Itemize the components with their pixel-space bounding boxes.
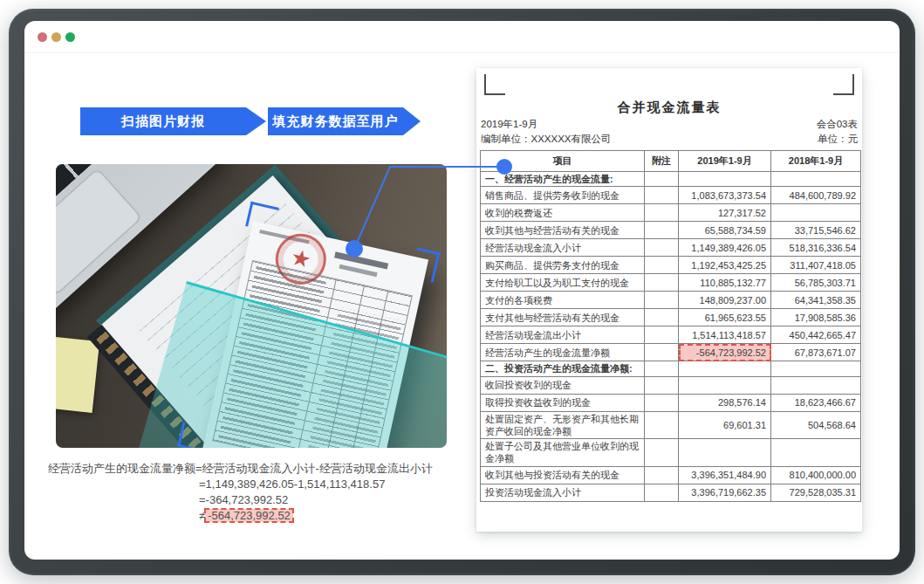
cell-v2018	[771, 376, 861, 394]
minimize-button-icon[interactable]	[51, 32, 61, 42]
cell-v2018: 17,908,585.36	[771, 309, 861, 326]
cell-v2018: 18,623,466.67	[771, 394, 861, 411]
column-header-2019: 2019年1-9月	[679, 151, 771, 172]
cell-v2019: 1,514,113,418.57	[679, 326, 771, 344]
zoom-button-icon[interactable]	[65, 32, 75, 42]
crop-mark-top-right-icon	[833, 74, 854, 95]
cell-item: 一、经营活动产生的现金流量:	[481, 172, 645, 187]
cell-v2019: 3,396,719,662.35	[679, 484, 771, 501]
cell-note	[645, 292, 679, 309]
app-window: 扫描图片财报 填充财务数据至用户系统	[9, 9, 915, 575]
cell-item: 支付的各项税费	[481, 292, 645, 309]
table-row: 投资活动现金流入小计3,396,719,662.35729,528,035.31	[481, 484, 861, 501]
table-row: 一、经营活动产生的现金流量:	[481, 172, 861, 187]
cell-v2019: 110,885,132.77	[679, 274, 771, 292]
cell-item: 投资活动现金流入小计	[481, 484, 645, 501]
scan-frame-bracket-top-right	[410, 247, 440, 282]
cell-note	[645, 257, 679, 274]
mismatch-value: -564,723,992.52	[205, 509, 293, 522]
cell-v2019: 298,576.14	[679, 394, 771, 411]
laptop-trackpad	[56, 168, 143, 297]
cell-v2018: 729,528,035.31	[771, 484, 861, 501]
table-row: 取得投资收益收到的现金298,576.1418,623,466.67	[481, 394, 861, 411]
cell-v2019: 148,809,237.00	[679, 292, 771, 309]
statement-period: 2019年1-9月	[481, 118, 537, 131]
cell-v2018: 64,341,358.35	[771, 292, 861, 309]
statement-prepared-by: 编制单位：XXXXXX有限公司	[481, 133, 612, 146]
flow-step-scan-label: 扫描图片财报	[80, 107, 246, 135]
cell-v2018	[771, 439, 861, 467]
table-row: 购买商品、提供劳务支付的现金1,192,453,425.25311,407,41…	[481, 257, 861, 274]
cell-v2019: 3,396,351,484.90	[679, 466, 771, 484]
table-row: 收回投资收到的现金	[481, 376, 861, 394]
cell-v2019	[679, 361, 771, 376]
cell-item: 支付给职工以及为职工支付的现金	[481, 274, 645, 292]
table-row: 收到其他与经营活动有关的现金65,588,734.5933,715,546.62	[481, 222, 861, 239]
cell-v2019	[679, 376, 771, 394]
cashflow-table: 项目 附注 2019年1-9月 2018年1-9月 一、经营活动产生的现金流量:…	[480, 150, 861, 502]
cell-note	[645, 309, 679, 326]
cell-v2018	[771, 172, 861, 187]
cell-item: 销售商品、提供劳务收到的现金	[481, 187, 645, 204]
cell-note	[645, 326, 679, 344]
close-button-icon[interactable]	[38, 32, 47, 42]
cell-item: 购买商品、提供劳务支付的现金	[481, 257, 645, 274]
table-row: 处置固定资产、无形资产和其他长期资产收回的现金净额69,601.31504,56…	[481, 411, 861, 439]
flow-step-fill-label: 填充财务数据至用户系统	[268, 107, 403, 163]
table-row: 支付其他与经营活动有关的现金61,965,623.5517,908,585.36	[481, 309, 861, 326]
flow-step-fill-banner: 填充财务数据至用户系统	[268, 107, 421, 135]
cell-v2019: 127,317.52	[679, 204, 771, 222]
cell-v2018	[771, 361, 861, 376]
formula-line-2: =1,149,389,426.05-1,514,113,418.57	[199, 477, 433, 492]
cell-v2018: 484,600,789.92	[771, 187, 861, 204]
table-row: 收到其他与投资活动有关的现金3,396,351,484.90810,400,00…	[481, 466, 861, 484]
flow-step-scan-banner: 扫描图片财报	[80, 107, 266, 135]
column-header-note: 附注	[645, 151, 679, 172]
formula-line-3: =-364,723,992.52	[199, 492, 433, 508]
cell-item: 经营活动产生的现金流量净额	[481, 344, 645, 361]
sticky-note	[56, 336, 99, 413]
cell-v2019: -564,723,992.52	[679, 344, 771, 361]
table-row: 处置子公司及其他营业单位收到的现金净额	[481, 439, 861, 467]
cell-note	[645, 222, 679, 239]
table-row: 经营活动现金流入小计1,149,389,426.05518,316,336.54	[481, 239, 861, 257]
cell-note	[645, 361, 679, 376]
cell-item: 处置子公司及其他营业单位收到的现金净额	[481, 439, 645, 467]
cell-note	[645, 466, 679, 484]
cell-note	[645, 204, 679, 222]
column-header-item: 项目	[481, 151, 645, 172]
column-header-2018: 2018年1-9月	[771, 151, 861, 172]
window-content: 扫描图片财报 填充财务数据至用户系统	[24, 21, 900, 560]
cell-note	[645, 484, 679, 501]
cell-item: 支付其他与经营活动有关的现金	[481, 309, 645, 326]
statement-title: 合并现金流量表	[476, 100, 862, 116]
cell-v2018	[771, 204, 861, 222]
table-row: 二、投资活动产生的现金流量净额:	[481, 361, 861, 376]
desk-photo: ★	[56, 164, 447, 448]
scan-frame-bracket-bottom-left	[177, 422, 208, 448]
cell-v2019: 61,965,623.55	[679, 309, 771, 326]
statement-page: 合并现金流量表 2019年1-9月 会合03表 编制单位：XXXXXX有限公司 …	[476, 68, 862, 532]
cell-note	[645, 187, 679, 204]
cell-item: 经营活动现金流出小计	[481, 326, 645, 344]
cell-item: 取得投资收益收到的现金	[481, 394, 645, 411]
table-row: 销售商品、提供劳务收到的现金1,083,673,373.54484,600,78…	[481, 187, 861, 204]
window-titlebar	[24, 21, 900, 53]
cell-note	[645, 394, 679, 411]
cell-note	[645, 172, 679, 187]
table-row: 支付给职工以及为职工支付的现金110,885,132.7756,785,303.…	[481, 274, 861, 292]
cell-item: 二、投资活动产生的现金流量净额:	[481, 361, 645, 376]
cell-note	[645, 376, 679, 394]
cell-note	[645, 439, 679, 467]
table-row: 收到的税费返还127,317.52	[481, 204, 861, 222]
cell-note	[645, 411, 679, 439]
cell-item: 收到的税费返还	[481, 204, 645, 222]
cashflow-table-body: 一、经营活动产生的现金流量:销售商品、提供劳务收到的现金1,083,673,37…	[481, 172, 861, 502]
cell-v2018: 311,407,418.05	[771, 257, 861, 274]
cell-v2018: 450,442,665.47	[771, 326, 861, 344]
statement-sheet-no: 会合03表	[817, 118, 858, 131]
cell-note	[645, 344, 679, 361]
table-row: 经营活动现金流出小计1,514,113,418.57450,442,665.47	[481, 326, 861, 344]
cell-v2018: 504,568.64	[771, 411, 861, 439]
cell-v2018: 67,873,671.07	[771, 344, 861, 361]
